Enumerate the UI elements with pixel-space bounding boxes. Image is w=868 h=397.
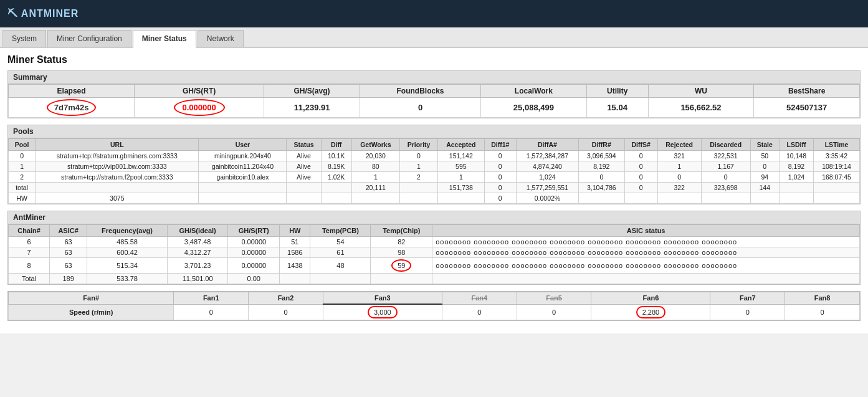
col-fan4: Fan4 [442,292,517,305]
col-bestshare: BestShare [754,85,860,98]
col-diffa: DiffA# [516,139,578,151]
fan5-speed: 0 [517,304,591,320]
col-pcb: Temp(PCB) [310,225,371,237]
tab-system[interactable]: System [2,30,46,47]
summary-utility: 15.04 [586,98,648,118]
col-stale: Stale [750,139,779,151]
pools-table: Pool URL User Status Diff GetWorks Prior… [8,138,860,204]
col-url: URL [36,139,199,151]
speed-label: Speed (r/min) [9,304,174,320]
col-diff1: Diff1# [484,139,516,151]
pool-row-total: total 20,111 151,738 0 1,577,259,551 3,1… [9,183,860,193]
antminer-table: Chain# ASIC# Frequency(avg) GH/S(ideal) … [8,224,860,284]
col-fan3: Fan3 [323,292,442,305]
col-asic: ASIC# [50,225,87,237]
col-asicstatus: ASIC status [432,225,860,237]
pool-row-1: 1 stratum+tcp://vip001.bw.com:3333 gainb… [9,161,860,172]
fan6-speed: 2,280 [591,304,710,320]
summary-section: Summary Elapsed GH/S(RT) GH/S(avg) Found… [7,70,861,118]
col-discarded: Discarded [701,139,750,151]
col-lstime: LSTime [814,139,860,151]
col-hw: HW [280,225,310,237]
logo-text: ANTMINER [21,8,79,19]
summary-table: Elapsed GH/S(RT) GH/S(avg) FoundBlocks L… [8,84,860,118]
col-localwork: LocalWork [481,85,587,98]
fans-section: Fan# Fan1 Fan2 Fan3 Fan4 Fan5 Fan6 Fan7 … [7,291,861,321]
antminer-section: AntMiner Chain# ASIC# Frequency(avg) GH/… [7,211,861,285]
col-fannum: Fan# [9,292,174,305]
page-title: Miner Status [7,54,861,65]
summary-bestshare: 524507137 [754,98,860,118]
antminer-title: AntMiner [8,211,860,224]
pools-section: Pools Pool URL User Status Diff GetWorks… [7,125,861,204]
summary-ghsavg: 11,239.91 [264,98,360,118]
nav-bar: System Miner Configuration Miner Status … [0,27,868,48]
col-priority: Priority [399,139,437,151]
fans-table: Fan# Fan1 Fan2 Fan3 Fan4 Fan5 Fan6 Fan7 … [8,292,860,320]
col-rt: GH/S(RT) [228,225,280,237]
col-ghsavg: GH/S(avg) [264,85,360,98]
col-lsdiff: LSDiff [779,139,813,151]
col-user: User [199,139,287,151]
fan3-speed: 3,000 [323,304,442,320]
fan4-speed: 0 [442,304,517,320]
col-fan1: Fan1 [174,292,249,305]
chain-row-7: 7 63 600.42 4,312.27 0.00000 1586 61 98 … [9,247,860,258]
summary-title: Summary [8,71,860,84]
chain-row-6: 6 63 485.58 3,487.48 0.00000 51 54 82 oo… [9,237,860,247]
col-diff: Diff [321,139,351,151]
tab-miner-status[interactable]: Miner Status [133,30,196,48]
col-fan7: Fan7 [710,292,785,305]
col-foundblocks: FoundBlocks [360,85,481,98]
col-ghsrt: GH/S(RT) [135,85,264,98]
col-fan8: Fan8 [785,292,860,305]
col-diffr: DiffR# [578,139,624,151]
fan1-speed: 0 [174,304,249,320]
col-fan6: Fan6 [591,292,710,305]
logo: ⛏ ANTMINER [7,8,79,19]
fan8-speed: 0 [785,304,860,320]
col-diffs: DiffS# [624,139,657,151]
pool-row-0: 0 stratum+tcp://stratum.gbminers.com:333… [9,151,860,161]
pools-title: Pools [8,125,860,138]
summary-elapsed: 7d7m42s [9,98,135,118]
col-chain: Chain# [9,225,50,237]
tab-network[interactable]: Network [198,30,244,47]
col-pool: Pool [9,139,36,151]
col-rejected: Rejected [657,139,701,151]
header: ⛏ ANTMINER [0,0,868,27]
fan7-speed: 0 [710,304,785,320]
col-fan5: Fan5 [517,292,591,305]
col-wu: WU [648,85,754,98]
logo-icon: ⛏ [7,8,18,19]
col-ideal: GH/S(ideal) [167,225,227,237]
col-chip: Temp(Chip) [371,225,432,237]
pool-row-2: 2 stratum+tcp://stratum.f2pool.com:3333 … [9,172,860,183]
fan-speed-row: Speed (r/min) 0 0 3,000 0 0 2,280 0 0 [9,304,860,320]
pool-row-hw: HW 3075 0 0.0002% [9,193,860,204]
tab-miner-configuration[interactable]: Miner Configuration [47,30,131,47]
chain-row-total: Total 189 533.78 11,501.00 0.00 [9,274,860,284]
fan2-speed: 0 [249,304,323,320]
summary-ghsrt: 0.000000 [135,98,264,118]
col-fan2: Fan2 [249,292,323,305]
col-status: Status [287,139,321,151]
col-accepted: Accepted [438,139,485,151]
chain-row-8: 8 63 515.34 3,701.23 0.00000 1438 48 59 … [9,258,860,274]
main-content: Miner Status Summary Elapsed GH/S(RT) GH… [0,48,868,333]
col-utility: Utility [586,85,648,98]
summary-wu: 156,662.52 [648,98,754,118]
col-freq: Frequency(avg) [87,225,168,237]
col-elapsed: Elapsed [9,85,135,98]
col-getworks: GetWorks [351,139,399,151]
summary-foundblocks: 0 [360,98,481,118]
summary-localwork: 25,088,499 [481,98,587,118]
